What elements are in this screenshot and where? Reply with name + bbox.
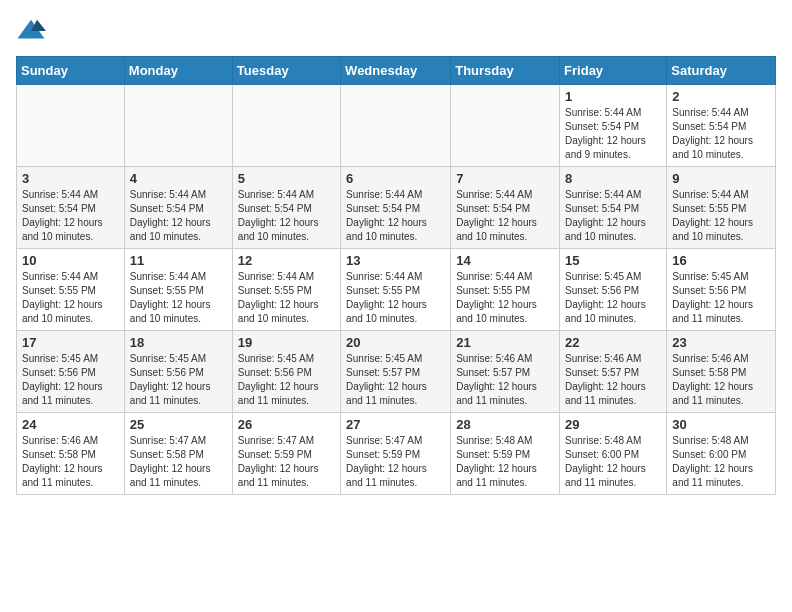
day-info: Sunrise: 5:47 AM Sunset: 5:59 PM Dayligh…	[346, 434, 445, 490]
day-number: 5	[238, 171, 335, 186]
day-info: Sunrise: 5:45 AM Sunset: 5:57 PM Dayligh…	[346, 352, 445, 408]
day-header-monday: Monday	[124, 57, 232, 85]
day-number: 12	[238, 253, 335, 268]
day-number: 23	[672, 335, 770, 350]
day-info: Sunrise: 5:45 AM Sunset: 5:56 PM Dayligh…	[130, 352, 227, 408]
day-info: Sunrise: 5:44 AM Sunset: 5:54 PM Dayligh…	[346, 188, 445, 244]
calendar-cell: 11Sunrise: 5:44 AM Sunset: 5:55 PM Dayli…	[124, 249, 232, 331]
calendar-cell: 13Sunrise: 5:44 AM Sunset: 5:55 PM Dayli…	[341, 249, 451, 331]
calendar-cell	[232, 85, 340, 167]
calendar-cell: 17Sunrise: 5:45 AM Sunset: 5:56 PM Dayli…	[17, 331, 125, 413]
day-number: 4	[130, 171, 227, 186]
day-header-sunday: Sunday	[17, 57, 125, 85]
calendar-cell: 9Sunrise: 5:44 AM Sunset: 5:55 PM Daylig…	[667, 167, 776, 249]
calendar-cell: 12Sunrise: 5:44 AM Sunset: 5:55 PM Dayli…	[232, 249, 340, 331]
calendar-cell: 24Sunrise: 5:46 AM Sunset: 5:58 PM Dayli…	[17, 413, 125, 495]
week-row-5: 24Sunrise: 5:46 AM Sunset: 5:58 PM Dayli…	[17, 413, 776, 495]
day-number: 15	[565, 253, 661, 268]
calendar-cell: 2Sunrise: 5:44 AM Sunset: 5:54 PM Daylig…	[667, 85, 776, 167]
day-number: 6	[346, 171, 445, 186]
day-number: 26	[238, 417, 335, 432]
day-info: Sunrise: 5:44 AM Sunset: 5:54 PM Dayligh…	[456, 188, 554, 244]
day-info: Sunrise: 5:48 AM Sunset: 5:59 PM Dayligh…	[456, 434, 554, 490]
day-number: 21	[456, 335, 554, 350]
day-number: 8	[565, 171, 661, 186]
calendar-body: 1Sunrise: 5:44 AM Sunset: 5:54 PM Daylig…	[17, 85, 776, 495]
day-number: 30	[672, 417, 770, 432]
calendar-cell: 19Sunrise: 5:45 AM Sunset: 5:56 PM Dayli…	[232, 331, 340, 413]
day-info: Sunrise: 5:44 AM Sunset: 5:55 PM Dayligh…	[346, 270, 445, 326]
day-number: 24	[22, 417, 119, 432]
day-info: Sunrise: 5:44 AM Sunset: 5:55 PM Dayligh…	[130, 270, 227, 326]
day-header-tuesday: Tuesday	[232, 57, 340, 85]
day-number: 7	[456, 171, 554, 186]
day-number: 22	[565, 335, 661, 350]
day-number: 10	[22, 253, 119, 268]
day-number: 19	[238, 335, 335, 350]
day-number: 1	[565, 89, 661, 104]
day-number: 11	[130, 253, 227, 268]
day-info: Sunrise: 5:44 AM Sunset: 5:54 PM Dayligh…	[238, 188, 335, 244]
day-info: Sunrise: 5:47 AM Sunset: 5:58 PM Dayligh…	[130, 434, 227, 490]
day-info: Sunrise: 5:44 AM Sunset: 5:55 PM Dayligh…	[456, 270, 554, 326]
day-info: Sunrise: 5:44 AM Sunset: 5:54 PM Dayligh…	[565, 188, 661, 244]
calendar-cell: 1Sunrise: 5:44 AM Sunset: 5:54 PM Daylig…	[560, 85, 667, 167]
calendar-cell: 15Sunrise: 5:45 AM Sunset: 5:56 PM Dayli…	[560, 249, 667, 331]
calendar-cell	[17, 85, 125, 167]
calendar-cell: 16Sunrise: 5:45 AM Sunset: 5:56 PM Dayli…	[667, 249, 776, 331]
calendar-table: SundayMondayTuesdayWednesdayThursdayFrid…	[16, 56, 776, 495]
day-number: 27	[346, 417, 445, 432]
day-info: Sunrise: 5:44 AM Sunset: 5:55 PM Dayligh…	[238, 270, 335, 326]
calendar-cell: 30Sunrise: 5:48 AM Sunset: 6:00 PM Dayli…	[667, 413, 776, 495]
calendar-cell: 25Sunrise: 5:47 AM Sunset: 5:58 PM Dayli…	[124, 413, 232, 495]
day-info: Sunrise: 5:45 AM Sunset: 5:56 PM Dayligh…	[565, 270, 661, 326]
calendar-cell: 5Sunrise: 5:44 AM Sunset: 5:54 PM Daylig…	[232, 167, 340, 249]
calendar-cell: 21Sunrise: 5:46 AM Sunset: 5:57 PM Dayli…	[451, 331, 560, 413]
calendar-cell: 6Sunrise: 5:44 AM Sunset: 5:54 PM Daylig…	[341, 167, 451, 249]
calendar-cell: 27Sunrise: 5:47 AM Sunset: 5:59 PM Dayli…	[341, 413, 451, 495]
day-number: 25	[130, 417, 227, 432]
day-info: Sunrise: 5:46 AM Sunset: 5:57 PM Dayligh…	[456, 352, 554, 408]
calendar-cell: 8Sunrise: 5:44 AM Sunset: 5:54 PM Daylig…	[560, 167, 667, 249]
day-info: Sunrise: 5:46 AM Sunset: 5:58 PM Dayligh…	[672, 352, 770, 408]
calendar-cell: 26Sunrise: 5:47 AM Sunset: 5:59 PM Dayli…	[232, 413, 340, 495]
day-info: Sunrise: 5:44 AM Sunset: 5:54 PM Dayligh…	[672, 106, 770, 162]
week-row-1: 1Sunrise: 5:44 AM Sunset: 5:54 PM Daylig…	[17, 85, 776, 167]
day-info: Sunrise: 5:48 AM Sunset: 6:00 PM Dayligh…	[565, 434, 661, 490]
week-row-3: 10Sunrise: 5:44 AM Sunset: 5:55 PM Dayli…	[17, 249, 776, 331]
day-number: 20	[346, 335, 445, 350]
calendar-cell: 20Sunrise: 5:45 AM Sunset: 5:57 PM Dayli…	[341, 331, 451, 413]
day-info: Sunrise: 5:45 AM Sunset: 5:56 PM Dayligh…	[238, 352, 335, 408]
calendar-cell	[341, 85, 451, 167]
day-info: Sunrise: 5:46 AM Sunset: 5:57 PM Dayligh…	[565, 352, 661, 408]
day-number: 17	[22, 335, 119, 350]
day-info: Sunrise: 5:44 AM Sunset: 5:54 PM Dayligh…	[22, 188, 119, 244]
day-number: 2	[672, 89, 770, 104]
day-info: Sunrise: 5:47 AM Sunset: 5:59 PM Dayligh…	[238, 434, 335, 490]
calendar-cell: 3Sunrise: 5:44 AM Sunset: 5:54 PM Daylig…	[17, 167, 125, 249]
logo-icon	[16, 16, 46, 46]
calendar-cell: 29Sunrise: 5:48 AM Sunset: 6:00 PM Dayli…	[560, 413, 667, 495]
calendar-cell: 10Sunrise: 5:44 AM Sunset: 5:55 PM Dayli…	[17, 249, 125, 331]
week-row-2: 3Sunrise: 5:44 AM Sunset: 5:54 PM Daylig…	[17, 167, 776, 249]
header-row: SundayMondayTuesdayWednesdayThursdayFrid…	[17, 57, 776, 85]
day-number: 9	[672, 171, 770, 186]
day-header-thursday: Thursday	[451, 57, 560, 85]
day-info: Sunrise: 5:45 AM Sunset: 5:56 PM Dayligh…	[22, 352, 119, 408]
calendar-header: SundayMondayTuesdayWednesdayThursdayFrid…	[17, 57, 776, 85]
page-header	[16, 16, 776, 46]
day-header-wednesday: Wednesday	[341, 57, 451, 85]
calendar-cell: 4Sunrise: 5:44 AM Sunset: 5:54 PM Daylig…	[124, 167, 232, 249]
calendar-cell: 18Sunrise: 5:45 AM Sunset: 5:56 PM Dayli…	[124, 331, 232, 413]
calendar-cell: 28Sunrise: 5:48 AM Sunset: 5:59 PM Dayli…	[451, 413, 560, 495]
day-number: 16	[672, 253, 770, 268]
day-number: 3	[22, 171, 119, 186]
calendar-cell: 14Sunrise: 5:44 AM Sunset: 5:55 PM Dayli…	[451, 249, 560, 331]
day-info: Sunrise: 5:45 AM Sunset: 5:56 PM Dayligh…	[672, 270, 770, 326]
day-info: Sunrise: 5:44 AM Sunset: 5:54 PM Dayligh…	[130, 188, 227, 244]
day-number: 28	[456, 417, 554, 432]
day-header-friday: Friday	[560, 57, 667, 85]
day-number: 14	[456, 253, 554, 268]
calendar-cell: 7Sunrise: 5:44 AM Sunset: 5:54 PM Daylig…	[451, 167, 560, 249]
calendar-cell: 23Sunrise: 5:46 AM Sunset: 5:58 PM Dayli…	[667, 331, 776, 413]
